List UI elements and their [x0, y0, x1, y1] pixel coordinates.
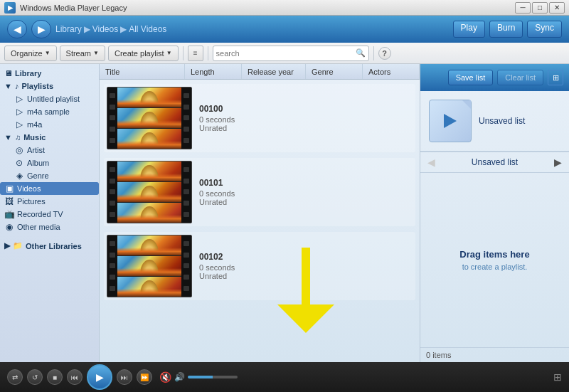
playlist-name: Unsaved list	[479, 116, 525, 126]
close-button[interactable]: ✕	[549, 2, 565, 14]
video-rating3: Unrated	[199, 272, 235, 280]
sidebar-item-library[interactable]: 🖥 Library	[0, 67, 99, 80]
search-box: 🔍	[213, 46, 369, 61]
grid-icon[interactable]: ⊞	[553, 371, 562, 383]
playlists-expand-icon: ▼	[4, 82, 12, 90]
video-duration: 0 seconds	[199, 115, 235, 124]
playlists-icon: ♪	[15, 82, 19, 90]
video-thumbnail	[107, 87, 192, 149]
pictures-icon: 🖼	[4, 196, 14, 206]
film-edge-right3	[181, 235, 191, 297]
videos-icon: ▣	[4, 184, 14, 194]
create-playlist-arrow: ▼	[166, 50, 172, 56]
sidebar-item-other-libraries[interactable]: ▶ 📁 Other Libraries	[0, 239, 99, 253]
sidebar-item-m4a[interactable]: ▷ m4a	[0, 118, 99, 131]
sidebar-item-artist[interactable]: ◎ Artist	[0, 144, 99, 157]
main-area: 🖥 Library ▼ ♪ Playlists ▷ Untitled playl…	[0, 64, 569, 362]
col-genre[interactable]: Genre	[306, 64, 363, 79]
next-button[interactable]: ⏭	[117, 369, 132, 385]
sidebar-item-genre[interactable]: ◈ Genre	[0, 169, 99, 182]
music-expand-icon: ▼	[4, 133, 12, 142]
nav-prev-button[interactable]: ◀	[426, 155, 437, 169]
breadcrumb-library[interactable]: Library	[55, 24, 82, 34]
fast-fwd-button[interactable]: ⏩	[137, 369, 152, 385]
table-row[interactable]: 00101 0 seconds Unrated	[104, 158, 415, 226]
app-icon: ▶	[4, 2, 16, 14]
burn-tab-button[interactable]: Burn	[489, 21, 523, 38]
col-length[interactable]: Length	[185, 64, 242, 79]
right-panel-header: Save list Clear list ⊞	[420, 64, 569, 91]
playlist-icon3: ▷	[14, 120, 24, 129]
repeat-button[interactable]: ↺	[27, 369, 43, 385]
video-info: 00100 0 seconds Unrated	[199, 104, 235, 132]
shuffle-button[interactable]: ⇄	[7, 369, 23, 385]
play-button[interactable]: ▶	[87, 364, 112, 390]
search-input[interactable]	[216, 49, 353, 58]
other-lib-icon: 📁	[13, 241, 23, 250]
drag-text-main: Drag items here	[459, 249, 529, 260]
stream-button[interactable]: Stream ▼	[60, 46, 105, 61]
create-playlist-button[interactable]: Create playlist ▼	[108, 46, 179, 61]
playlist-icon: ▷	[14, 94, 24, 104]
volume-icon[interactable]: 🔊	[174, 372, 185, 382]
sidebar-item-recorded-tv[interactable]: 📺 Recorded TV	[0, 208, 99, 221]
sync-tab-button[interactable]: Sync	[527, 21, 562, 38]
other-media-icon: ◉	[4, 222, 14, 232]
expand-panel-button[interactable]: ⊞	[548, 70, 563, 85]
view-options-button[interactable]: ≡	[188, 46, 203, 61]
toolbar-separator	[183, 46, 184, 60]
sidebar-item-other-media[interactable]: ◉ Other media	[0, 221, 99, 233]
tv-icon: 📺	[4, 209, 14, 219]
forward-button[interactable]: ▶	[31, 20, 51, 38]
breadcrumb-all-videos[interactable]: All Videos	[129, 24, 166, 34]
mute-icon[interactable]: 🔇	[159, 371, 171, 383]
volume-area: 🔇 🔊	[159, 371, 238, 383]
help-button[interactable]: ?	[378, 47, 391, 60]
album-icon: ⊙	[14, 158, 24, 168]
breadcrumb: Library ▶ Videos ▶ All Videos	[55, 24, 449, 34]
save-list-button[interactable]: Save list	[448, 70, 494, 85]
film-edge-left2	[107, 161, 117, 223]
sidebar-item-music[interactable]: ▼ ♫ Music	[0, 131, 99, 144]
play-triangle-icon	[444, 114, 457, 128]
breadcrumb-videos[interactable]: Videos	[92, 24, 118, 34]
playlist-footer: 0 items	[420, 347, 569, 362]
play-tab-button[interactable]: Play	[453, 21, 485, 38]
film-frames	[117, 88, 181, 149]
col-title[interactable]: Title	[100, 64, 185, 79]
sidebar-item-m4a-sample[interactable]: ▷ m4a sample	[0, 105, 99, 118]
sidebar-item-pictures[interactable]: 🖼 Pictures	[0, 195, 99, 208]
video-list: 00100 0 seconds Unrated	[100, 80, 420, 362]
bottom-bar: ⇄ ↺ ■ ⏮ ▶ ⏭ ⏩ 🔇 🔊 ⊞	[0, 362, 569, 392]
video-duration2: 0 seconds	[199, 189, 235, 198]
table-row[interactable]: 00102 0 seconds Unrated	[104, 232, 415, 300]
col-release-year[interactable]: Release year	[242, 64, 306, 79]
minimize-button[interactable]: ─	[515, 2, 531, 14]
sidebar-item-videos[interactable]: ▣ Videos	[0, 182, 99, 195]
right-panel: Save list Clear list ⊞ Unsaved list ◀ Un…	[420, 64, 569, 362]
film-frames3	[117, 235, 181, 297]
genre-icon: ◈	[14, 171, 24, 181]
search-icon: 🔍	[356, 48, 366, 58]
video-code3: 00102	[199, 252, 235, 262]
toolbar-separator2	[208, 46, 208, 60]
back-button[interactable]: ◀	[7, 20, 27, 38]
video-code: 00100	[199, 104, 235, 114]
sidebar-item-playlists[interactable]: ▼ ♪ Playlists	[0, 80, 99, 92]
organize-button[interactable]: Organize ▼	[4, 46, 57, 61]
maximize-button[interactable]: □	[532, 2, 548, 14]
video-code2: 00101	[199, 178, 235, 188]
title-bar: ▶ Windows Media Player Legacy ─ □ ✕	[0, 0, 569, 16]
table-row[interactable]: 00100 0 seconds Unrated	[104, 84, 415, 152]
video-thumbnail	[107, 161, 192, 223]
sidebar-item-untitled-playlist[interactable]: ▷ Untitled playlist	[0, 92, 99, 105]
nav-next-button[interactable]: ▶	[553, 155, 563, 169]
col-actors[interactable]: Actors	[363, 64, 420, 79]
stop-button[interactable]: ■	[47, 369, 63, 385]
other-lib-expand-icon: ▶	[4, 241, 10, 250]
prev-button[interactable]: ⏮	[67, 369, 83, 385]
clear-list-button[interactable]: Clear list	[497, 70, 543, 85]
organize-arrow: ▼	[45, 50, 50, 56]
sidebar-item-album[interactable]: ⊙ Album	[0, 157, 99, 169]
volume-slider[interactable]	[188, 376, 238, 378]
